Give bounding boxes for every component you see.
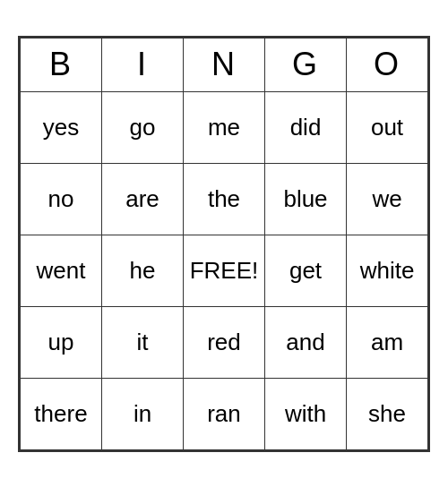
row-1: noarethebluewe [21,163,428,235]
cell-0-3: did [265,91,347,163]
cell-0-1: go [102,91,184,163]
header-cell-o: O [347,38,428,91]
cell-4-4: she [347,378,428,449]
cell-2-4: white [347,235,428,306]
bingo-table: BINGO yesgomedidoutnoarethebluewewentheF… [20,38,428,450]
cell-1-4: we [347,163,428,235]
cell-2-3: get [265,235,347,306]
header-cell-i: I [102,38,184,91]
cell-3-2: red [184,306,265,378]
bingo-card: BINGO yesgomedidoutnoarethebluewewentheF… [18,36,430,452]
cell-0-4: out [347,91,428,163]
cell-1-1: are [102,163,184,235]
cell-0-2: me [184,91,265,163]
cell-3-1: it [102,306,184,378]
row-2: wentheFREE!getwhite [21,235,428,306]
cell-2-0: went [21,235,102,306]
row-4: thereinranwithshe [21,378,428,449]
cell-4-2: ran [184,378,265,449]
cell-1-2: the [184,163,265,235]
header-row: BINGO [21,38,428,91]
cell-1-0: no [21,163,102,235]
header-cell-b: B [21,38,102,91]
cell-2-2: FREE! [184,235,265,306]
cell-4-0: there [21,378,102,449]
cell-3-4: am [347,306,428,378]
header-cell-n: N [184,38,265,91]
cell-0-0: yes [21,91,102,163]
cell-4-1: in [102,378,184,449]
row-0: yesgomedidout [21,91,428,163]
cell-3-0: up [21,306,102,378]
cell-4-3: with [265,378,347,449]
cell-3-3: and [265,306,347,378]
cell-1-3: blue [265,163,347,235]
row-3: upitredandam [21,306,428,378]
cell-2-1: he [102,235,184,306]
header-cell-g: G [265,38,347,91]
